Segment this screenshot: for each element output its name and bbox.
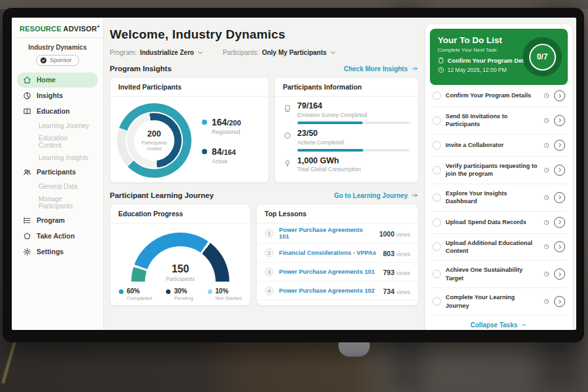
task-checkbox[interactable] (433, 242, 441, 251)
task-checkbox[interactable] (433, 91, 441, 100)
task-go-button[interactable] (554, 90, 565, 101)
task-go-button[interactable] (554, 140, 565, 151)
clock-icon (438, 67, 444, 73)
sidebar-item-label: Education (37, 107, 70, 115)
task-checkbox[interactable] (433, 270, 441, 278)
card-title: Participants Information (275, 78, 418, 97)
card-title: Top Lessons (257, 204, 418, 223)
lesson-row: 1 Power Purchase Agreements 101 1000view… (257, 223, 418, 244)
todo-item: Upload Spend Data Records (430, 212, 568, 234)
task-go-button[interactable] (554, 165, 565, 176)
todo-item: Upload Additional Educational Content (430, 234, 568, 261)
resource-advisor-logo: RESOURCE ADVISOR+ (12, 18, 103, 38)
sidebar-item-program[interactable]: Program (17, 213, 98, 228)
info-value: 1,000 GWh (297, 157, 410, 166)
legend-label: Pending (174, 295, 193, 301)
lesson-row: 5 Power Purchase Agreements 103 600views (257, 301, 418, 306)
legend-item-completed: 60% Completed (119, 287, 152, 301)
lesson-views: 793 (383, 269, 395, 276)
sponsor-check-icon (40, 57, 47, 64)
legend-pct: 60% (127, 287, 152, 295)
views-suffix: views (397, 251, 410, 257)
lesson-row: 3 Power Purchase Agreements 101 793views (257, 263, 418, 282)
sidebar-item-manage-participants[interactable]: Manage Participants (17, 193, 98, 212)
task-checkbox[interactable] (433, 297, 441, 306)
sidebar-item-participants[interactable]: Participants (17, 165, 98, 180)
sponsor-badge-label: Sponsor (50, 57, 72, 63)
legend-item-active: 84/164 Active (202, 146, 241, 165)
task-checkbox[interactable] (433, 141, 441, 150)
sidebar-item-label: Manage Participants (39, 195, 92, 210)
sidebar-item-education[interactable]: Education (17, 104, 98, 119)
task-label: Invite a Collaborator (446, 141, 539, 149)
todo-due-label: 12 May 2025, 12:00 PM (448, 67, 506, 73)
participants-label: Participants: (223, 49, 259, 56)
gauge-center: 150 Participants (131, 264, 229, 282)
sidebar: RESOURCE ADVISOR+ Industry Dynamics Spon… (12, 18, 104, 330)
sidebar-item-take-action[interactable]: Take Action (17, 229, 98, 244)
task-checkbox[interactable] (433, 166, 441, 174)
legend-value: 164 (212, 117, 227, 127)
info-label: Actions Completed (297, 139, 410, 146)
go-to-learning-journey-link[interactable]: Go to Learning Journey (334, 192, 419, 199)
lesson-title-link[interactable]: Financial Considerations - VPPAs (279, 250, 378, 256)
task-checkbox[interactable] (433, 218, 441, 227)
sidebar-item-label: Home (37, 76, 56, 84)
info-row-actions: 23/50 Actions Completed (275, 124, 418, 152)
legend-dot (202, 149, 207, 154)
sidebar-item-label: Take Action (37, 232, 74, 240)
todo-item: Invite a Collaborator (430, 135, 568, 157)
clock-icon (544, 93, 549, 99)
legend-label: Active (212, 158, 236, 165)
views-suffix: views (397, 231, 410, 238)
sidebar-item-insights[interactable]: Insights (17, 88, 98, 103)
task-go-button[interactable] (554, 296, 565, 307)
legend-dot (166, 289, 171, 294)
card-title: Education Progress (110, 204, 250, 223)
program-list-icon (23, 216, 31, 225)
invited-participants-card: Invited Participants 200 Participants In… (110, 77, 269, 183)
clock-icon (544, 142, 549, 148)
legend-dot (202, 120, 207, 125)
sidebar-item-general-data[interactable]: General Data (17, 180, 98, 193)
legend-pct: 30% (174, 287, 193, 295)
card-title: Invited Participants (110, 78, 269, 97)
monitor-bezel: RESOURCE ADVISOR+ Industry Dynamics Spon… (3, 8, 584, 342)
bulb-icon (284, 157, 291, 176)
sidebar-item-settings[interactable]: Settings (17, 244, 98, 259)
logo-plus: + (97, 24, 100, 29)
participants-information-card: Participants Information 79/164 Emission… (274, 77, 419, 183)
task-label: Send 50 Invitations to Participants (446, 112, 539, 129)
logo-text-primary: RESOURCE (20, 25, 61, 33)
collapse-tasks-link[interactable]: Collapse Tasks (430, 316, 568, 330)
legend-total: /200 (227, 119, 240, 127)
task-go-button[interactable] (554, 115, 565, 126)
actions-icon (284, 129, 291, 152)
lesson-title-link[interactable]: Power Purchase Agreements 102 (279, 287, 378, 294)
task-go-button[interactable] (554, 217, 565, 228)
info-row-consumption: 1,000 GWh Total Global Consumption (275, 152, 418, 176)
task-go-button[interactable] (554, 192, 565, 203)
sidebar-item-education-content[interactable]: Education Content (17, 132, 98, 152)
sidebar-item-learning-insights[interactable]: Learning Insights (17, 152, 98, 164)
task-checkbox[interactable] (433, 116, 441, 125)
task-go-button[interactable] (554, 269, 565, 280)
check-more-insights-link[interactable]: Check More Insights (344, 65, 419, 73)
lesson-title-link[interactable]: Power Purchase Agreements 101 (279, 269, 378, 275)
sidebar-item-home[interactable]: Home (17, 73, 98, 88)
lesson-rank: 4 (265, 286, 274, 295)
link-label: Go to Learning Journey (334, 192, 408, 199)
task-checkbox[interactable] (433, 193, 441, 202)
lesson-title-link[interactable]: Power Purchase Agreements 101 (279, 227, 374, 240)
participants-dropdown[interactable]: Participants: Only My Participants (223, 49, 336, 56)
todo-card: Your To Do List Complete Your Next Task:… (425, 24, 572, 330)
task-label: Upload Spend Data Records (446, 218, 539, 226)
gauge-legend: 60% Completed 30% Pending 10% Not Starte… (110, 287, 250, 301)
todo-progress-ring: 0/7 (523, 37, 562, 76)
legend-pct: 10% (216, 287, 242, 295)
program-dropdown[interactable]: Program: Industrialize Zero (110, 49, 203, 56)
task-label: Explore Your Insights Dashboard (446, 189, 539, 206)
sidebar-item-learning-journey[interactable]: Learning Journey (17, 120, 98, 132)
task-go-button[interactable] (554, 241, 565, 252)
todo-item: Verify participants requesting to join t… (430, 157, 568, 184)
